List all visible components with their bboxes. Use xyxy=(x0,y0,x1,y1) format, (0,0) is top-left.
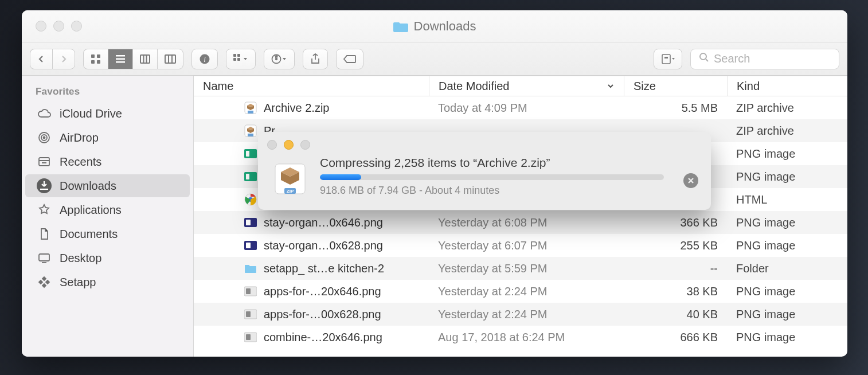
sidebar-item-icloud[interactable]: iCloud Drive xyxy=(25,102,190,125)
back-button[interactable] xyxy=(30,49,52,69)
svg-rect-1 xyxy=(97,54,100,58)
file-list-pane: Name Date Modified Size Kind Archive 2.z… xyxy=(194,76,847,357)
svg-point-16 xyxy=(275,57,277,60)
zip-icon xyxy=(244,124,257,137)
svg-rect-25 xyxy=(42,276,46,281)
sidebar-item-label: Desktop xyxy=(60,252,101,265)
file-size: -- xyxy=(624,257,727,280)
icon-view-button[interactable] xyxy=(83,49,108,69)
column-kind[interactable]: Kind xyxy=(727,76,847,96)
svg-rect-13 xyxy=(233,58,236,61)
minimize-button[interactable] xyxy=(53,21,64,32)
file-kind: ZIP archive xyxy=(727,119,847,142)
appthumb-icon xyxy=(244,147,257,160)
png2-icon xyxy=(244,331,257,343)
action-button[interactable] xyxy=(264,49,295,69)
close-button[interactable] xyxy=(36,21,46,32)
arrange-button[interactable] xyxy=(226,49,256,69)
table-row[interactable]: stay-organ…0x628.pngYesterday at 6:07 PM… xyxy=(194,234,847,257)
dialog-minimize-button[interactable] xyxy=(284,140,294,150)
svg-rect-11 xyxy=(233,54,236,57)
file-kind: PNG image xyxy=(727,142,847,165)
svg-rect-8 xyxy=(165,55,175,63)
chrome-icon xyxy=(244,193,257,206)
file-date: Yesterday at 6:07 PM xyxy=(429,234,624,257)
file-kind: HTML xyxy=(727,188,847,211)
svg-rect-5 xyxy=(116,58,125,60)
gallery-view-button[interactable] xyxy=(157,49,183,69)
svg-rect-28 xyxy=(45,280,50,284)
zip-icon xyxy=(244,101,257,114)
file-date: Yesterday at 2:24 PM xyxy=(429,303,624,326)
file-name: apps-for-…00x628.png xyxy=(264,308,381,321)
table-row[interactable]: stay-organ…0x646.pngYesterday at 6:08 PM… xyxy=(194,211,847,234)
svg-rect-42 xyxy=(246,243,251,248)
svg-rect-14 xyxy=(237,58,240,61)
dialog-zoom-button[interactable] xyxy=(300,140,310,150)
cancel-button[interactable] xyxy=(683,173,698,188)
toolbar: i Search xyxy=(22,42,847,76)
dialog-close-button[interactable] xyxy=(267,140,277,150)
file-size: 5.5 MB xyxy=(624,96,727,119)
column-size[interactable]: Size xyxy=(624,76,727,96)
list-view-button[interactable] xyxy=(108,49,132,69)
appthumb-icon xyxy=(244,170,257,183)
svg-rect-23 xyxy=(39,158,49,166)
svg-rect-4 xyxy=(116,55,125,57)
column-view-button[interactable] xyxy=(132,49,157,69)
svg-rect-36 xyxy=(246,174,249,179)
svg-rect-40 xyxy=(246,220,251,225)
window-title: Downloads xyxy=(414,19,476,34)
sidebar-item-downloads[interactable]: Downloads xyxy=(25,174,190,197)
svg-rect-3 xyxy=(97,60,100,64)
sidebar-item-applications[interactable]: Applications xyxy=(25,198,190,221)
search-icon xyxy=(699,52,709,65)
file-size: 255 KB xyxy=(624,234,727,257)
sidebar-item-label: iCloud Drive xyxy=(60,107,122,120)
share-button[interactable] xyxy=(303,49,328,69)
zip-box-icon: ZIP xyxy=(272,161,308,197)
sidebar-item-documents[interactable]: Documents xyxy=(25,222,190,245)
table-row[interactable]: apps-for-…00x628.pngYesterday at 2:24 PM… xyxy=(194,303,847,326)
svg-text:i: i xyxy=(204,55,206,64)
table-row[interactable]: apps-for-…20x646.pngYesterday at 2:24 PM… xyxy=(194,280,847,303)
zoom-button[interactable] xyxy=(71,21,82,32)
dropbox-button[interactable] xyxy=(654,49,682,69)
progress-fill xyxy=(320,174,361,180)
file-kind: ZIP archive xyxy=(727,96,847,119)
file-name: stay-organ…0x628.png xyxy=(264,239,383,252)
file-date: Yesterday at 2:24 PM xyxy=(429,280,624,303)
view-mode-group xyxy=(83,49,183,69)
progress-bar xyxy=(320,174,664,180)
file-kind: Folder xyxy=(727,257,847,280)
table-row[interactable]: combine-…20x646.pngAug 17, 2018 at 6:24 … xyxy=(194,326,847,349)
column-name[interactable]: Name xyxy=(194,76,429,96)
svg-rect-24 xyxy=(39,254,49,261)
search-field[interactable]: Search xyxy=(690,49,839,69)
table-row[interactable]: Archive 2.zipToday at 4:09 PM5.5 MBZIP a… xyxy=(194,96,847,119)
svg-rect-2 xyxy=(91,60,95,64)
svg-rect-48 xyxy=(246,334,251,340)
titlebar: Downloads xyxy=(22,10,847,42)
sidebar-item-setapp[interactable]: Setapp xyxy=(25,271,190,294)
sidebar-item-airdrop[interactable]: AirDrop xyxy=(25,126,190,149)
sidebar: Favorites iCloud Drive AirDrop Recents D… xyxy=(22,76,194,357)
file-name: stay-organ…0x646.png xyxy=(264,216,383,229)
sidebar-item-label: Recents xyxy=(60,155,101,169)
table-row[interactable]: setapp_ st…e kitchen-2Yesterday at 5:59 … xyxy=(194,257,847,280)
png2-icon xyxy=(244,285,257,298)
tags-button[interactable] xyxy=(336,49,363,69)
file-kind: PNG image xyxy=(727,211,847,234)
svg-text:ZIP: ZIP xyxy=(287,189,294,194)
info-button[interactable]: i xyxy=(191,49,218,69)
svg-rect-34 xyxy=(246,151,249,157)
sidebar-item-recents[interactable]: Recents xyxy=(25,150,190,173)
setapp-icon xyxy=(37,275,52,290)
folder-icon xyxy=(244,262,257,275)
sidebar-item-desktop[interactable]: Desktop xyxy=(25,247,190,269)
file-date: Today at 4:09 PM xyxy=(429,96,624,119)
forward-button[interactable] xyxy=(52,49,75,69)
column-date[interactable]: Date Modified xyxy=(429,76,624,96)
file-name: Archive 2.zip xyxy=(264,101,330,115)
airdrop-icon xyxy=(37,130,52,145)
